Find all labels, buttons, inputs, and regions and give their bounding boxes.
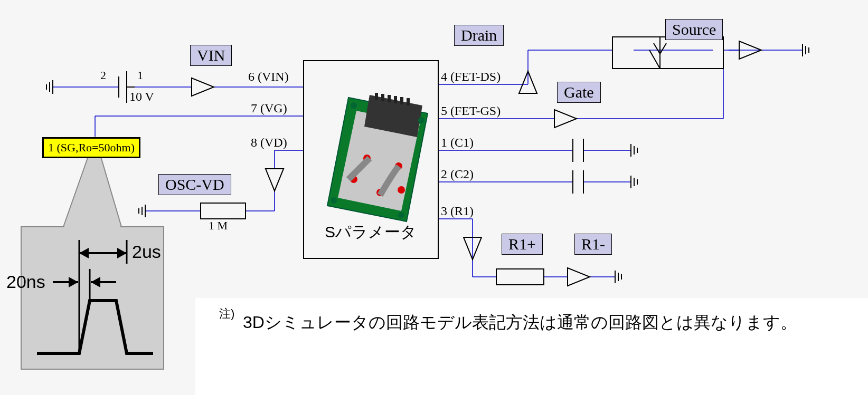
pulse-rise: 20ns [6, 272, 45, 292]
label-r1m: R1- [574, 234, 612, 255]
vs-node-1: 1 [137, 69, 143, 82]
port-3: 3 (R1) [441, 204, 474, 218]
label-drain: Drain [454, 25, 504, 46]
port-7: 7 (VG) [251, 101, 287, 115]
footnote-text: 3Dシミュレータの回路モデル表記方法は通常の回路図とは異なります。 [243, 311, 797, 334]
label-source: Source [665, 19, 723, 40]
port-2: 2 (C2) [441, 167, 474, 181]
sparam-label: Sパラメータ [325, 221, 417, 243]
osc-resistor-value: 1 M [209, 219, 228, 233]
pulse-width: 2us [132, 242, 161, 262]
vs-value: 10 V [129, 90, 154, 104]
label-vin: VIN [190, 45, 232, 66]
port-4: 4 (FET-DS) [441, 70, 501, 84]
sg-source-box: 1 (SG,Ro=50ohm) [42, 137, 140, 158]
label-osc-vd: OSC-VD [158, 174, 231, 195]
vs-node-2: 2 [100, 69, 106, 82]
port-8: 8 (VD) [251, 136, 287, 150]
port-1: 1 (C1) [441, 136, 474, 150]
label-r1p: R1+ [502, 234, 543, 255]
port-5: 5 (FET-GS) [441, 104, 501, 118]
port-6: 6 (VIN) [248, 70, 289, 84]
footnote-sup: 注) [219, 306, 234, 322]
label-gate: Gate [557, 82, 601, 103]
